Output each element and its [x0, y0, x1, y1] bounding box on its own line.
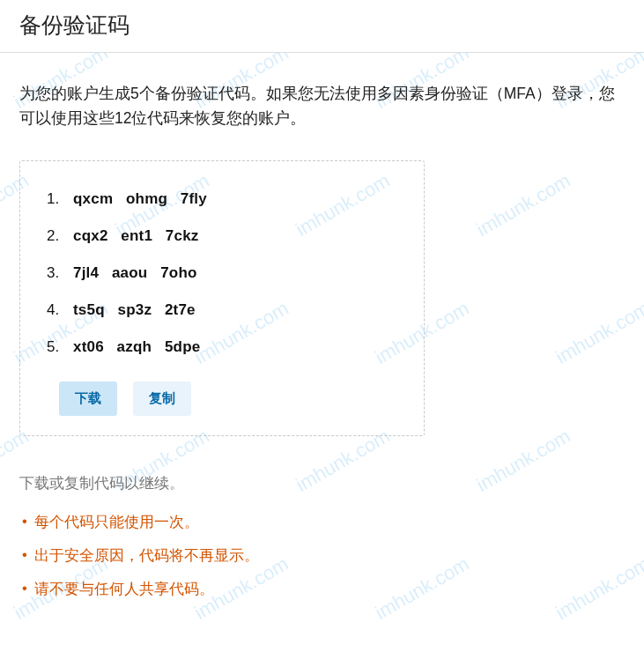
backup-code: xt06 azqh 5dpe	[73, 338, 200, 356]
note-item: 出于安全原因，代码将不再显示。	[22, 546, 625, 566]
description-text: 为您的账户生成5个备份验证代码。如果您无法使用多因素身份验证（MFA）登录，您可…	[19, 81, 625, 130]
continue-hint: 下载或复制代码以继续。	[19, 473, 625, 493]
backup-code: qxcm ohmg 7fly	[73, 190, 207, 208]
page-title: 备份验证码	[19, 11, 625, 40]
note-item: 每个代码只能使用一次。	[22, 513, 625, 532]
list-item: cqx2 ent1 7ckz	[47, 218, 411, 255]
download-button[interactable]: 下载	[59, 382, 117, 416]
list-item: qxcm ohmg 7fly	[47, 181, 411, 218]
backup-code: cqx2 ent1 7ckz	[73, 227, 199, 245]
backup-code: ts5q sp3z 2t7e	[73, 301, 196, 319]
backup-code: 7jl4 aaou 7oho	[73, 264, 197, 282]
copy-button[interactable]: 复制	[133, 382, 191, 416]
backup-codes-panel: qxcm ohmg 7fly cqx2 ent1 7ckz 7jl4 aaou …	[19, 160, 425, 436]
list-item: xt06 azqh 5dpe	[47, 329, 411, 366]
backup-codes-list: qxcm ohmg 7fly cqx2 ent1 7ckz 7jl4 aaou …	[47, 181, 411, 366]
page-header: 备份验证码	[0, 0, 644, 53]
note-item: 请不要与任何人共享代码。	[22, 580, 625, 599]
list-item: ts5q sp3z 2t7e	[47, 292, 411, 329]
list-item: 7jl4 aaou 7oho	[47, 255, 411, 292]
notes-list: 每个代码只能使用一次。 出于安全原因，代码将不再显示。 请不要与任何人共享代码。	[22, 513, 625, 599]
